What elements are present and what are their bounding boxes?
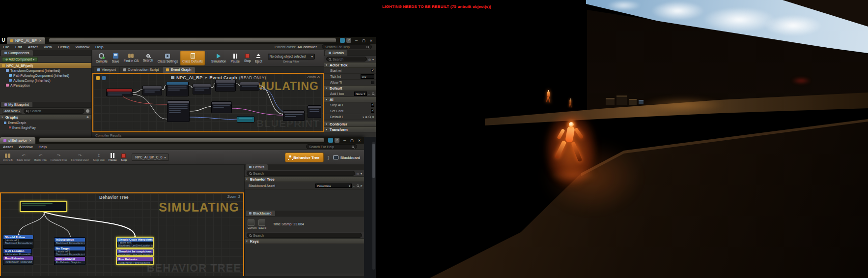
event-graph-canvas[interactable]: NPC_AI_BP ➤ Event Graph (READ-ONLY) Zoom…: [92, 73, 324, 132]
bt-help-search-field[interactable]: Search For Help: [306, 144, 357, 149]
my-blueprint-search-field[interactable]: Search: [24, 109, 84, 114]
add-new-button[interactable]: Add New▾: [2, 109, 22, 114]
dropdown-icon[interactable]: ▾: [372, 58, 374, 61]
tick-interval-field[interactable]: 0.0: [361, 74, 374, 79]
bt-node-run-behavior-patrol[interactable]: Run BehaviorRunBehavior: PatrolWaypoints: [116, 256, 154, 265]
function-node[interactable]: [167, 100, 190, 122]
close-button[interactable]: ✕: [367, 38, 375, 43]
tab-details[interactable]: Details: [246, 164, 268, 170]
bp-window-tab[interactable]: NPC_AI_BP ✕: [7, 37, 45, 44]
eject-button[interactable]: Eject: [253, 51, 264, 65]
reset-icon[interactable]: ↺: [360, 184, 363, 188]
back-over-button[interactable]: ↶Back Over: [15, 151, 32, 164]
find-in-cb-button[interactable]: Find in CB: [122, 51, 140, 65]
tab-close-icon[interactable]: ✕: [39, 37, 42, 44]
forward-into-button[interactable]: ↷Forward Into: [49, 151, 69, 164]
find-in-cb-button[interactable]: d in CB: [1, 151, 15, 164]
add-graph-icon[interactable]: ⊕: [86, 115, 89, 120]
eye-filter-icon[interactable]: ◎: [368, 58, 371, 61]
bt-node-issuspicious[interactable]: IsSuspiciousBlackboard: FocusedActor is …: [54, 237, 85, 246]
menu-debug[interactable]: Debug: [55, 44, 73, 50]
bt-node-should-cycle-waypoints[interactable]: Should Cycle Waypoints( aborts self )Bla…: [116, 237, 154, 248]
asset-dropdown[interactable]: None▾: [354, 92, 367, 96]
filter-gear-icon[interactable]: [86, 109, 89, 113]
graph-node[interactable]: [215, 80, 236, 92]
cast-node[interactable]: [166, 82, 189, 96]
pause-button[interactable]: Pause: [107, 151, 119, 164]
details-search-field[interactable]: Search: [326, 57, 367, 62]
bt-node-should-follow[interactable]: Should Follow( aborts self )Blackboard: …: [3, 235, 33, 248]
checkbox-checked[interactable]: [371, 109, 374, 113]
feedback-icon[interactable]: [340, 38, 345, 43]
help-icon[interactable]: ?: [346, 38, 351, 43]
minimize-button[interactable]: ─: [341, 138, 348, 143]
save-button[interactable]: Save: [110, 51, 121, 65]
bt-node-shouldnt-be-suspicious[interactable]: Shouldnt be suspiciousBlackboard: LastSe…: [116, 248, 154, 256]
component-row-transform[interactable]: TransformComponent (Inherited): [0, 68, 91, 73]
close-button[interactable]: ✕: [356, 138, 363, 143]
class-defaults-button[interactable]: Class Defaults: [180, 51, 205, 65]
menu-asset[interactable]: Asset: [25, 44, 41, 50]
maximize-button[interactable]: ▢: [348, 138, 356, 143]
behavior-tree-canvas[interactable]: Behavior Tree Zoom -2 SIMULATING BEHAVIO…: [0, 192, 244, 278]
clear-icon[interactable]: ✕: [372, 115, 374, 119]
checkbox-unchecked[interactable]: [371, 81, 374, 84]
menu-help[interactable]: Help: [92, 44, 106, 50]
dropdown-icon[interactable]: ▾: [363, 115, 364, 119]
browse-icon[interactable]: [357, 185, 359, 187]
checkbox-checked[interactable]: [371, 103, 374, 107]
stop-button[interactable]: Stop: [119, 151, 129, 164]
add-component-button[interactable]: ⊕Add Component▾: [2, 57, 38, 62]
section-behavior-tree[interactable]: Behavior Tree: [245, 177, 364, 182]
minimize-button[interactable]: ─: [353, 38, 360, 43]
graph-node[interactable]: [240, 82, 259, 91]
component-row-actionscomp[interactable]: ActionsComp (Inherited): [0, 78, 91, 83]
section-controller[interactable]: Controller: [324, 122, 376, 127]
tab-details[interactable]: Details: [325, 50, 347, 56]
compile-button[interactable]: Compile: [94, 51, 110, 65]
menu-view[interactable]: View: [41, 44, 55, 50]
step-out-button[interactable]: ↥Step Out: [91, 151, 107, 164]
checkbox-checked[interactable]: [371, 69, 374, 72]
browse-icon[interactable]: [368, 116, 371, 118]
section-transform[interactable]: Transform: [324, 127, 376, 132]
scrollbar-thumb[interactable]: [372, 144, 375, 178]
component-row-self[interactable]: NPC_AI_BP(self): [0, 63, 91, 68]
titlebar-drag-area[interactable]: [39, 138, 324, 142]
blackboard-view-saved[interactable]: Saved: [258, 219, 266, 229]
pause-button[interactable]: Pause: [228, 51, 241, 65]
bt-node-no-target[interactable]: No Target( aborts self )Blackboard: Focu…: [54, 246, 85, 256]
feedback-icon[interactable]: [328, 138, 333, 143]
graph-node[interactable]: [193, 84, 211, 94]
latent-node[interactable]: [237, 116, 254, 123]
graphs-section-header[interactable]: Graphs⊕: [0, 115, 91, 120]
menu-help[interactable]: Help: [35, 144, 49, 150]
menu-asset[interactable]: Asset: [0, 144, 16, 150]
tab-components[interactable]: Components: [1, 50, 33, 56]
tab-blackboard[interactable]: Blackboard: [246, 211, 275, 216]
blackboard-mode-button[interactable]: Blackboard: [333, 155, 360, 160]
graph-node[interactable]: [283, 110, 305, 121]
back-into-button[interactable]: ↶Back Into: [32, 151, 49, 164]
component-row-aiperception[interactable]: AIPerception: [0, 83, 91, 88]
plus-icon[interactable]: ⊕: [365, 115, 367, 119]
stop-button[interactable]: Stop: [242, 51, 252, 65]
bp-titlebar[interactable]: U NPC_AI_BP ✕ ? ─ ▢ ✕: [0, 37, 376, 44]
help-icon[interactable]: ?: [335, 138, 339, 143]
tab-event-graph[interactable]: Event Graph: [163, 67, 195, 73]
eventgraph-row[interactable]: EventGraph: [0, 120, 91, 125]
graph-node[interactable]: [308, 105, 321, 118]
debug-target-dropdown[interactable]: NPC_AI_BP_C_0▾: [132, 154, 169, 161]
event-node[interactable]: [106, 89, 133, 96]
parent-class-value[interactable]: AIController: [297, 45, 317, 49]
section-default[interactable]: Default: [324, 86, 376, 91]
component-row-pathfollowing[interactable]: PathFollowingComponent (Inherited): [0, 73, 91, 78]
tab-construction-script[interactable]: Construction Script: [120, 67, 162, 73]
class-settings-button[interactable]: Class Settings: [156, 51, 180, 65]
maximize-button[interactable]: ▢: [360, 38, 367, 43]
event-beginplay-row[interactable]: Event BeginPlay: [0, 125, 91, 130]
game-viewport[interactable]: LIGHTING NEEDS TO BE REBUILT (75 unbuilt…: [376, 0, 868, 278]
bt-details-search-field[interactable]: Search: [247, 171, 355, 176]
bt-root-node[interactable]: [20, 201, 67, 212]
menu-edit[interactable]: Edit: [12, 44, 25, 50]
